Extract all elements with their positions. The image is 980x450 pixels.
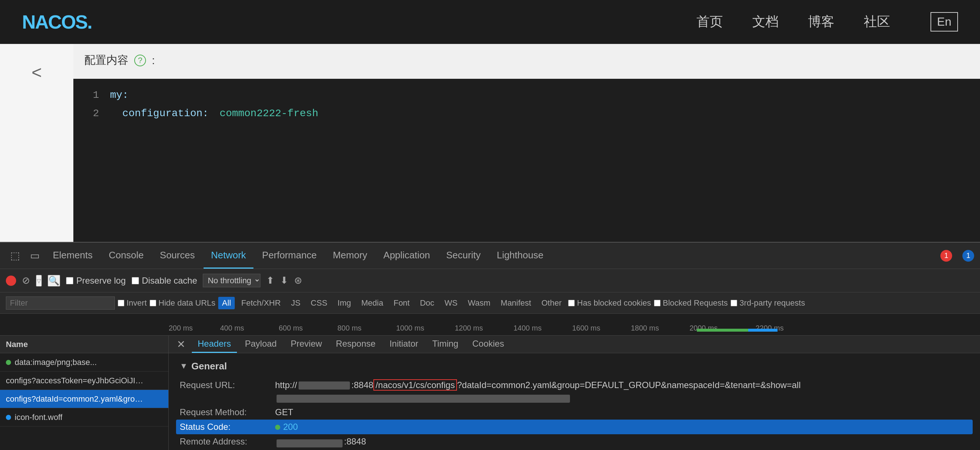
- name-column-header: Name: [6, 340, 28, 349]
- detail-tab-response[interactable]: Response: [330, 336, 382, 353]
- type-doc[interactable]: Doc: [416, 297, 438, 309]
- requests-list: Name data:image/png;base... configs?acce…: [0, 336, 169, 450]
- device-mode-icon[interactable]: ▭: [25, 247, 44, 265]
- type-all[interactable]: All: [218, 297, 234, 309]
- url-blurred-1: [299, 382, 350, 390]
- type-fetch-xhr[interactable]: Fetch/XHR: [238, 297, 285, 309]
- request-item-3[interactable]: icon-font.woff: [0, 408, 169, 426]
- type-js[interactable]: JS: [287, 297, 304, 309]
- timeline-bar: 200 ms 400 ms 600 ms 800 ms 1000 ms 1200…: [0, 314, 980, 336]
- req-dot-0: [6, 360, 11, 365]
- config-label: 配置内容: [84, 53, 128, 68]
- type-img[interactable]: Img: [334, 297, 355, 309]
- blocked-requests-label[interactable]: Blocked Requests: [654, 298, 728, 308]
- tick-400ms: 400 ms: [220, 324, 244, 333]
- detail-tab-payload[interactable]: Payload: [239, 336, 283, 353]
- throttle-select[interactable]: No throttling: [203, 274, 260, 287]
- inspect-element-icon[interactable]: ⬚: [6, 247, 24, 265]
- error-badge: 1: [940, 250, 952, 261]
- detail-tab-cookies[interactable]: Cookies: [466, 336, 510, 353]
- request-item-0[interactable]: data:image/png;base...: [0, 353, 169, 372]
- nacos-logo: NACOS.: [22, 11, 92, 33]
- filter-bar: ⊘ ▿ 🔍 Preserve log Disable cache No thro…: [0, 269, 980, 292]
- url-blurred-row: [180, 393, 969, 405]
- devtools-tab-bar: ⬚ ▭ Elements Console Sources Network Per…: [0, 242, 980, 269]
- tab-security[interactable]: Security: [439, 242, 488, 269]
- url-highlighted-path: /nacos/v1/cs/configs: [373, 379, 457, 391]
- tick-1000ms: 1000 ms: [396, 324, 424, 333]
- has-blocked-cookies-checkbox[interactable]: [568, 300, 575, 306]
- third-party-text: 3rd-party requests: [740, 298, 805, 308]
- code-value-2: common2222-fresh: [220, 105, 318, 123]
- type-css[interactable]: CSS: [307, 297, 331, 309]
- code-key-2: configuration:: [110, 105, 209, 123]
- nav-docs[interactable]: 文档: [752, 13, 779, 31]
- filter-input[interactable]: [6, 296, 115, 310]
- tick-1400ms: 1400 ms: [514, 324, 542, 333]
- line-num-2: 2: [88, 105, 99, 123]
- close-details-button[interactable]: ✕: [172, 337, 189, 352]
- invert-text: Invert: [127, 298, 147, 308]
- hide-data-urls-checkbox[interactable]: [150, 300, 156, 306]
- request-item-2[interactable]: configs?dataId=common2.yaml&group=DEFAUL…: [0, 390, 169, 408]
- help-icon[interactable]: ?: [134, 55, 146, 67]
- third-party-checkbox[interactable]: [730, 300, 737, 306]
- code-key-1: my:: [110, 86, 128, 105]
- filter-icon[interactable]: ▿: [36, 275, 42, 287]
- clear-button[interactable]: ⊘: [22, 275, 30, 286]
- status-dot: [275, 425, 280, 430]
- tick-1600ms: 1600 ms: [572, 324, 600, 333]
- detail-tab-preview[interactable]: Preview: [285, 336, 328, 353]
- preserve-log-text: Preserve log: [76, 276, 126, 286]
- language-button[interactable]: En: [931, 12, 958, 32]
- tab-lighthouse[interactable]: Lighthouse: [489, 242, 550, 269]
- tab-application[interactable]: Application: [376, 242, 437, 269]
- request-method-value: GET: [275, 407, 293, 417]
- detail-tab-initiator[interactable]: Initiator: [383, 336, 424, 353]
- back-button[interactable]: <: [32, 62, 42, 82]
- main-content: < 配置内容 ? : 1 my: 2 configuration: common…: [0, 44, 980, 242]
- request-url-row: Request URL: http:// :8848/nacos/v1/cs/c…: [180, 378, 969, 393]
- type-ws[interactable]: WS: [441, 297, 461, 309]
- nav-community[interactable]: 社区: [864, 13, 890, 31]
- requests-list-header: Name: [0, 336, 169, 353]
- tab-network[interactable]: Network: [204, 242, 253, 269]
- tab-memory[interactable]: Memory: [325, 242, 374, 269]
- blocked-requests-checkbox[interactable]: [654, 300, 660, 306]
- code-line-1: 1 my:: [88, 86, 965, 105]
- preserve-log-checkbox[interactable]: [66, 277, 73, 284]
- nav-links: 首页 文档 博客 社区 En: [697, 12, 958, 32]
- invert-label[interactable]: Invert: [118, 298, 147, 308]
- third-party-label[interactable]: 3rd-party requests: [730, 298, 805, 308]
- download-icon[interactable]: ⬇: [280, 275, 288, 286]
- type-other[interactable]: Other: [538, 297, 565, 309]
- detail-tab-timing[interactable]: Timing: [426, 336, 465, 353]
- type-wasm[interactable]: Wasm: [465, 297, 495, 309]
- tab-elements[interactable]: Elements: [46, 242, 100, 269]
- upload-icon[interactable]: ⬆: [266, 275, 274, 286]
- tab-sources[interactable]: Sources: [153, 242, 202, 269]
- filter-type-bar: Invert Hide data URLs All Fetch/XHR JS C…: [0, 292, 980, 314]
- search-icon[interactable]: 🔍: [48, 275, 60, 287]
- hide-data-urls-label[interactable]: Hide data URLs: [150, 298, 215, 308]
- has-blocked-cookies-label[interactable]: Has blocked cookies: [568, 298, 651, 308]
- tab-performance[interactable]: Performance: [255, 242, 324, 269]
- wifi-icon[interactable]: ⊛: [294, 275, 302, 286]
- nav-blog[interactable]: 博客: [808, 13, 834, 31]
- type-manifest[interactable]: Manifest: [497, 297, 535, 309]
- invert-checkbox[interactable]: [118, 300, 124, 306]
- disable-cache-label[interactable]: Disable cache: [132, 276, 197, 286]
- detail-tab-headers[interactable]: Headers: [192, 336, 237, 353]
- record-button[interactable]: [6, 276, 16, 286]
- disable-cache-checkbox[interactable]: [132, 277, 139, 284]
- status-code-row: Status Code: 200: [176, 420, 973, 434]
- devtools-panel: ⬚ ▭ Elements Console Sources Network Per…: [0, 242, 980, 450]
- request-item-1[interactable]: configs?accessToken=eyJhbGciOiJIUzI1NiJ9…: [0, 372, 169, 390]
- type-font[interactable]: Font: [390, 297, 414, 309]
- preserve-log-label[interactable]: Preserve log: [66, 276, 126, 286]
- type-media[interactable]: Media: [358, 297, 387, 309]
- tick-1200ms: 1200 ms: [455, 324, 483, 333]
- nav-home[interactable]: 首页: [697, 13, 723, 31]
- remote-address-blurred: [277, 439, 342, 447]
- tab-console[interactable]: Console: [101, 242, 151, 269]
